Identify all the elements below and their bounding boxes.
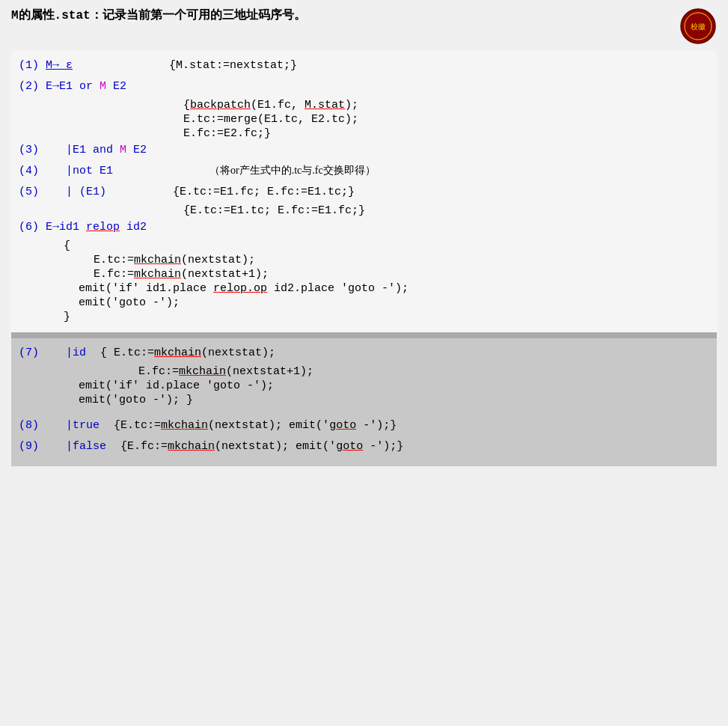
rule1-lhs: M→ ε [46, 59, 73, 72]
rule9-number: (9) [19, 440, 59, 453]
rule6-line4: emit('goto -'); [79, 296, 709, 309]
rule2-action2: E.tc:=merge(E1.tc, E2.tc); [183, 113, 709, 126]
rule4-comment: （将or产生式中的.tc与.fc交换即得） [209, 165, 376, 176]
rule5-action1: {E.tc:=E1.fc; E.fc:=E1.tc;} [173, 186, 355, 198]
rule6-block: { E.tc:=mkchain(nextstat); E.fc:=mkchain… [64, 240, 709, 323]
lower-content: (7) |id { E.tc:=mkchain(nextstat); E.fc:… [11, 338, 717, 466]
rule2-rhs: E2 [113, 80, 126, 93]
rule6-lhs-end: id2 [126, 221, 147, 234]
rule4-lhs: |not E1 [66, 165, 113, 177]
rule6-line3: emit('if' id1.place relop.op id2.place '… [79, 282, 709, 295]
rule9-action: {E.fc:=mkchain(nextstat); emit('goto -')… [120, 440, 403, 453]
rule8-number: (8) [19, 419, 59, 432]
divider [11, 332, 717, 338]
rule7-action4: emit('goto -'); } [79, 394, 709, 406]
spacer [19, 408, 709, 417]
rule9-lhs: |false [66, 440, 106, 453]
rule6-number: (6) [19, 221, 46, 234]
rule6-line2: E.fc:=mkchain(nextstat+1); [94, 268, 709, 281]
rule2-action1: {backpatch(E1.fc, M.stat); [183, 99, 709, 112]
rule7-action3: emit('if' id.place 'goto -'); [79, 379, 709, 392]
rule6-line1: E.tc:=mkchain(nextstat); [94, 254, 709, 266]
rule3-rhs: E2 [133, 144, 147, 156]
rule-3: (3) |E1 and M E2 [19, 141, 709, 159]
rule7-actions2: emit('if' id.place 'goto -'); emit('goto… [79, 379, 709, 406]
rule2-actions: {backpatch(E1.fc, M.stat); E.tc:=merge(E… [183, 99, 709, 140]
rule1-number: (1) [19, 59, 39, 72]
rule-4: (4) |not E1 （将or产生式中的.tc与.fc交换即得） [19, 162, 709, 180]
rule-1: (1) M→ ε {M.stat:=nextstat;} [19, 57, 709, 75]
rule4-number: (4) [19, 165, 59, 177]
rule7-number: (7) [19, 347, 59, 359]
rule6-brace-close: } [64, 311, 709, 323]
rule-9: (9) |false {E.fc:=mkchain(nextstat); emi… [19, 438, 709, 456]
rule6-relop: relop [86, 221, 120, 234]
rule-5: (5) | (E1) {E.tc:=E1.fc; E.fc:=E1.tc;} [19, 183, 709, 201]
university-logo: 校徽 [679, 7, 717, 45]
rule6-brace-open: { [64, 240, 709, 252]
rule3-lhs: |E1 and [66, 144, 120, 156]
rule3-number: (3) [19, 144, 59, 156]
rule7-actions: E.fc:=mkchain(nextstat+1); [138, 365, 709, 378]
rule-7-header: (7) |id { E.tc:=mkchain(nextstat); [19, 344, 709, 362]
rule2-action3: E.fc:=E2.fc;} [183, 127, 709, 140]
rule2-M: M [100, 80, 106, 93]
rule2-number: (2) [19, 80, 39, 93]
rule-6-header: (6) E→id1 relop id2 [19, 219, 709, 237]
rule5-lhs: | (E1) [66, 186, 106, 198]
rule8-lhs: |true [66, 419, 100, 432]
rule-2: (2) E→E1 or M E2 [19, 78, 709, 96]
rule7-action1: { E.tc:=mkchain(nextstat); [100, 347, 275, 359]
rule5-action2: {E.tc:=E1.tc; E.fc:=E1.fc;} [183, 204, 709, 217]
rule2-lhs: E→E1 or [46, 80, 100, 93]
main-page: M的属性.stat：记录当前第一个可用的三地址码序号。 校徽 (1) M→ ε … [0, 0, 728, 726]
svg-text:校徽: 校徽 [690, 22, 706, 31]
header: M的属性.stat：记录当前第一个可用的三地址码序号。 校徽 [11, 7, 717, 45]
rule3-M: M [120, 144, 126, 156]
rule6-lhs-start: E→id1 [46, 221, 86, 234]
rule7-action2: E.fc:=mkchain(nextstat+1); [138, 365, 709, 378]
rule8-action: {E.tc:=mkchain(nextstat); emit('goto -')… [114, 419, 397, 432]
rule5-number: (5) [19, 186, 59, 198]
header-text: M的属性.stat：记录当前第一个可用的三地址码序号。 [11, 7, 306, 23]
upper-content: (1) M→ ε {M.stat:=nextstat;} (2) E→E1 or… [11, 51, 717, 332]
rule-8: (8) |true {E.tc:=mkchain(nextstat); emit… [19, 417, 709, 435]
rule7-lhs: |id [66, 347, 86, 359]
rule5-action2-wrapper: {E.tc:=E1.tc; E.fc:=E1.fc;} [183, 204, 709, 217]
rule1-action: {M.stat:=nextstat;} [169, 59, 297, 72]
